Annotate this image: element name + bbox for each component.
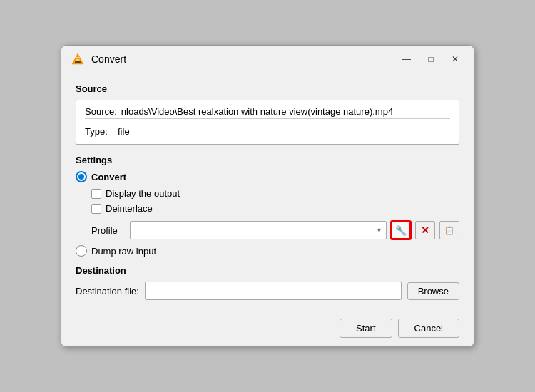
- deinterlace-label: Deinterlace: [106, 203, 153, 214]
- edit-profile-button[interactable]: 🔧: [391, 221, 411, 239]
- destination-file-input[interactable]: [145, 282, 402, 300]
- dump-raw-row[interactable]: Dump raw input: [76, 245, 459, 257]
- new-profile-button[interactable]: 📋: [439, 221, 459, 239]
- display-output-checkbox[interactable]: [91, 189, 101, 199]
- source-box: Source: nloads\Video\Best realxation wit…: [76, 100, 459, 145]
- type-value: file: [118, 126, 130, 137]
- source-path-row: Source: nloads\Video\Best realxation wit…: [85, 106, 450, 117]
- convert-radio-label: Convert: [91, 172, 126, 182]
- browse-button[interactable]: Browse: [407, 282, 459, 300]
- convert-dialog: Convert — □ ✕ Source Source: nloads\Vide…: [61, 45, 474, 347]
- dump-raw-radio[interactable]: [76, 245, 87, 257]
- wrench-icon: 🔧: [395, 225, 407, 236]
- destination-section-title: Destination: [76, 265, 459, 276]
- destination-row: Destination file: Browse: [76, 282, 459, 300]
- type-label: Type:: [85, 126, 113, 137]
- settings-section: Settings Convert Display the output Dein…: [76, 155, 459, 257]
- source-type-row: Type: file: [85, 126, 450, 137]
- profile-select[interactable]: [130, 221, 387, 239]
- convert-radio-row[interactable]: Convert: [76, 171, 459, 182]
- dest-file-label: Destination file:: [76, 286, 139, 296]
- destination-section: Destination Destination file: Browse: [76, 265, 459, 300]
- display-output-label: Display the output: [106, 188, 180, 199]
- maximize-button[interactable]: □: [421, 51, 441, 67]
- delete-icon: ✕: [421, 225, 429, 236]
- window-title: Convert: [91, 53, 397, 65]
- close-button[interactable]: ✕: [445, 51, 465, 67]
- vlc-icon: [70, 51, 86, 67]
- source-label: Source:: [85, 106, 117, 117]
- delete-profile-button[interactable]: ✕: [415, 221, 435, 239]
- deinterlace-row[interactable]: Deinterlace: [76, 203, 459, 214]
- source-divider: [85, 118, 450, 119]
- title-bar: Convert — □ ✕: [61, 46, 474, 73]
- source-section-title: Source: [76, 83, 459, 94]
- dump-raw-label: Dump raw input: [91, 246, 156, 257]
- source-path-value: nloads\Video\Best realxation with nature…: [121, 106, 393, 117]
- svg-rect-1: [75, 61, 81, 63]
- cancel-button[interactable]: Cancel: [398, 319, 459, 338]
- deinterlace-checkbox[interactable]: [91, 204, 101, 214]
- display-output-row[interactable]: Display the output: [76, 188, 459, 199]
- window-controls: — □ ✕: [397, 51, 465, 67]
- profile-select-wrapper: [130, 221, 387, 239]
- profile-row: Profile 🔧 ✕ 📋: [91, 221, 459, 239]
- bottom-bar: Start Cancel: [61, 310, 474, 346]
- minimize-button[interactable]: —: [397, 51, 417, 67]
- dialog-content: Source Source: nloads\Video\Best realxat…: [61, 73, 474, 310]
- settings-section-title: Settings: [76, 155, 459, 165]
- profile-label: Profile: [91, 225, 126, 236]
- convert-radio[interactable]: [76, 171, 87, 182]
- edit-icon: 📋: [444, 226, 454, 235]
- start-button[interactable]: Start: [340, 319, 392, 338]
